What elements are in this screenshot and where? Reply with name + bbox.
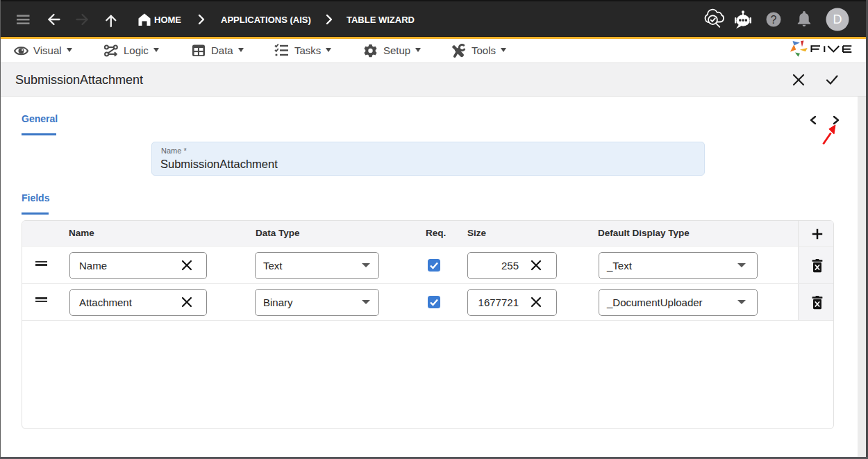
svg-text:?: ? <box>771 14 777 26</box>
svg-text:D: D <box>833 12 842 26</box>
